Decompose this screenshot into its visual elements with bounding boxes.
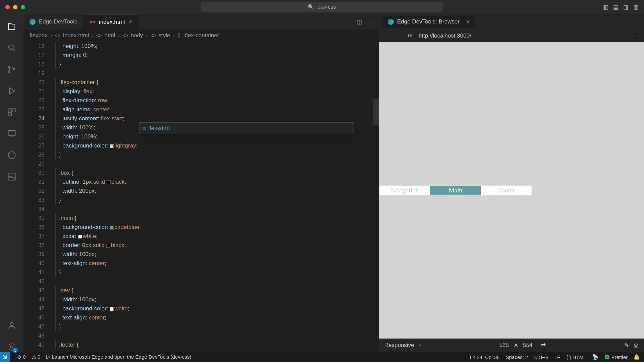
- code-line[interactable]: }: [52, 150, 379, 159]
- remote-indicator[interactable]: ⇲: [0, 352, 10, 362]
- chevron-down-icon[interactable]: ▾: [419, 343, 421, 348]
- code-line[interactable]: background-color: white;: [52, 304, 379, 313]
- breadcrumb-item[interactable]: body: [131, 32, 143, 39]
- browser-tab[interactable]: Edge DevTools: Browser ✕: [383, 16, 475, 28]
- code-line[interactable]: .footer {: [52, 340, 379, 349]
- code-line[interactable]: }: [52, 195, 379, 204]
- rotate-icon[interactable]: ⇄: [541, 342, 546, 349]
- viewport-width[interactable]: 525: [499, 342, 509, 349]
- code-line[interactable]: [52, 159, 379, 168]
- code-content[interactable]: height: 100%; margin: 0; } .flex-contain…: [52, 42, 379, 352]
- notifications-icon[interactable]: 🔔: [634, 354, 640, 360]
- code-line[interactable]: align-items: center;: [52, 105, 379, 114]
- code-line[interactable]: text-align: center;: [52, 259, 379, 268]
- toggle-primary-sidebar-icon[interactable]: ◧: [603, 4, 608, 11]
- editor-tab[interactable]: <>index.html✕: [84, 14, 139, 29]
- color-swatch[interactable]: [110, 144, 114, 148]
- more-actions-icon[interactable]: ⋯: [634, 18, 640, 25]
- close-icon[interactable]: ✕: [466, 18, 470, 25]
- cursor-position[interactable]: Ln 24, Col 36: [470, 354, 499, 360]
- close-icon[interactable]: ✕: [128, 19, 132, 25]
- split-editor-icon[interactable]: ◫: [357, 18, 362, 25]
- image-preview-icon[interactable]: [7, 172, 17, 182]
- code-line[interactable]: width: 100px;: [52, 295, 379, 304]
- more-actions-icon[interactable]: ⋯: [368, 18, 374, 25]
- minimap-viewport[interactable]: [373, 99, 379, 125]
- inspect-icon[interactable]: ⬚: [633, 32, 639, 39]
- emulate-vision-icon[interactable]: ◎: [634, 342, 639, 349]
- go-live[interactable]: 📡: [592, 354, 599, 360]
- color-swatch[interactable]: [78, 235, 82, 239]
- code-line[interactable]: display: flex;: [52, 87, 379, 96]
- maximize-window-icon[interactable]: [21, 5, 25, 9]
- code-line[interactable]: [52, 69, 379, 78]
- remote-explorer-icon[interactable]: [7, 129, 17, 139]
- accounts-icon[interactable]: [7, 320, 17, 330]
- code-line[interactable]: }: [52, 322, 379, 331]
- source-control-icon[interactable]: [7, 64, 17, 74]
- url-field[interactable]: http://localhost:3000/: [419, 33, 627, 39]
- breadcrumb-item[interactable]: flexbox: [30, 32, 48, 39]
- breadcrumb[interactable]: flexbox›<>index.html›<>html›<>body›<>sty…: [23, 29, 379, 42]
- code-line[interactable]: .main {: [52, 214, 379, 223]
- color-swatch[interactable]: [110, 307, 114, 311]
- breadcrumb-item[interactable]: index.html: [63, 32, 89, 39]
- launch-task[interactable]: ▷ Launch Microsoft Edge and open the Edg…: [46, 354, 191, 360]
- code-line[interactable]: border: 0px solid black;: [52, 241, 379, 250]
- warnings-count[interactable]: ⚠ 0: [32, 354, 41, 360]
- toggle-panel-icon[interactable]: ⬓: [613, 4, 619, 11]
- code-line[interactable]: .box {: [52, 168, 379, 177]
- color-swatch[interactable]: [106, 244, 110, 248]
- breadcrumb-item[interactable]: style: [158, 32, 170, 39]
- code-line[interactable]: margin: 0;: [52, 51, 379, 60]
- code-line[interactable]: text-align: center;: [52, 313, 379, 322]
- code-line[interactable]: justify-content: flex-start;: [52, 114, 379, 123]
- code-line[interactable]: .flex-container {: [52, 78, 379, 87]
- reload-icon[interactable]: ⟳: [408, 32, 413, 39]
- breadcrumb-item[interactable]: .flex-container: [183, 32, 219, 39]
- code-line[interactable]: outline: 1px solid black;: [52, 177, 379, 186]
- encoding[interactable]: UTF-8: [534, 354, 548, 360]
- editor-tab[interactable]: Edge DevTools: [23, 14, 84, 29]
- code-line[interactable]: width: 200px;: [52, 186, 379, 195]
- run-debug-icon[interactable]: [7, 86, 17, 96]
- close-window-icon[interactable]: [5, 5, 10, 9]
- edge-tools-icon[interactable]: [7, 150, 17, 160]
- explorer-icon[interactable]: [7, 21, 17, 32]
- settings-icon[interactable]: 1: [7, 342, 17, 352]
- code-line[interactable]: width: 100px;: [52, 250, 379, 259]
- color-swatch[interactable]: [107, 180, 111, 184]
- code-line[interactable]: }: [52, 268, 379, 277]
- code-line[interactable]: .nav {: [52, 286, 379, 295]
- intellisense-popup[interactable]: ⧉ flex-start: [139, 122, 354, 134]
- code-line[interactable]: flex-direction: row;: [52, 96, 379, 105]
- command-center[interactable]: 🔍 dev-css: [201, 2, 443, 12]
- indentation[interactable]: Spaces: 2: [506, 354, 528, 360]
- color-swatch[interactable]: [110, 226, 114, 230]
- customize-layout-icon[interactable]: ▦: [633, 4, 639, 11]
- prettier-status[interactable]: ✓Prettier: [605, 354, 628, 360]
- code-line[interactable]: color: white;: [52, 232, 379, 241]
- breadcrumb-item[interactable]: html: [104, 32, 115, 39]
- code-line[interactable]: [52, 204, 379, 214]
- errors-count[interactable]: ⊘ 0: [17, 354, 26, 360]
- extensions-icon[interactable]: [7, 107, 17, 117]
- code-line[interactable]: [52, 331, 379, 340]
- minimize-window-icon[interactable]: [13, 5, 17, 9]
- code-line[interactable]: height: 100%;: [52, 42, 379, 51]
- code-line[interactable]: [52, 277, 379, 286]
- browser-back-icon[interactable]: ←: [384, 33, 390, 39]
- toggle-secondary-sidebar-icon[interactable]: ◨: [623, 4, 629, 11]
- language-mode[interactable]: { } HTML: [566, 354, 586, 360]
- browser-forward-icon[interactable]: →: [396, 33, 402, 39]
- code-line[interactable]: background-color: cadetblue;: [52, 223, 379, 232]
- browser-viewport[interactable]: Navigation Main Footer: [379, 42, 644, 339]
- responsive-mode[interactable]: Responsive: [384, 342, 414, 349]
- edit-emulation-icon[interactable]: ✎: [624, 342, 629, 349]
- code-editor[interactable]: 1617181920212223242526272829303132333435…: [23, 42, 379, 352]
- search-icon[interactable]: [7, 43, 17, 53]
- viewport-height[interactable]: 554: [523, 342, 532, 349]
- code-line[interactable]: }: [52, 60, 379, 69]
- eol[interactable]: LF: [554, 354, 560, 360]
- code-line[interactable]: background-color: lightgray;: [52, 141, 379, 150]
